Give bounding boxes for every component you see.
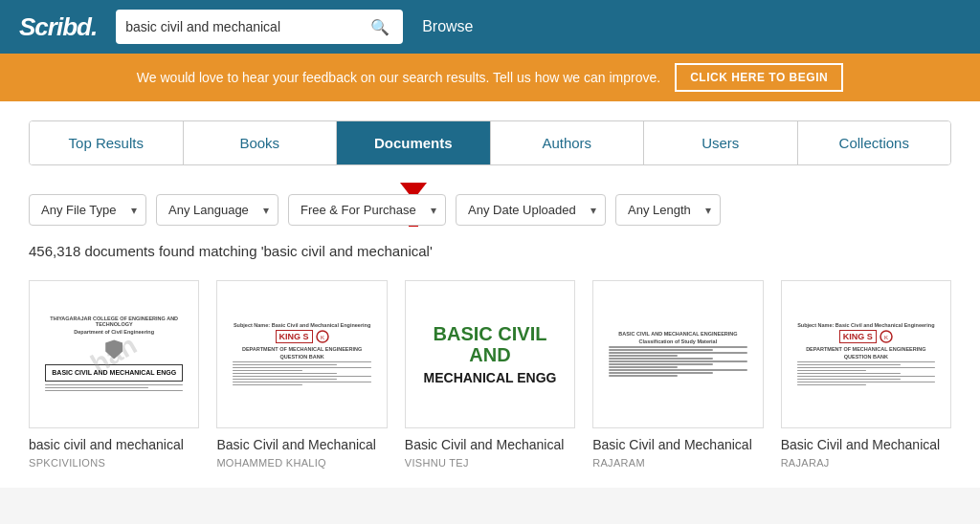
line	[609, 346, 746, 348]
tab-collections[interactable]: Collections	[798, 121, 951, 164]
purchase-filter-wrapper: Free & For Purchase Free Only For Purcha…	[288, 194, 446, 226]
thumb-lines-block2	[797, 361, 935, 387]
doc-author: RAJARAM	[592, 457, 763, 469]
search-input[interactable]	[125, 19, 367, 34]
svg-text:K: K	[321, 335, 324, 340]
doc-title: basic civil and mechanical	[29, 436, 199, 453]
thumb-subject-text2: Subject Name: Basic Civil and Mechanical…	[797, 322, 934, 328]
tabs-container: Top Results Books Documents Authors User…	[29, 120, 951, 165]
line	[609, 363, 712, 365]
thumb-lines	[609, 346, 746, 378]
kings-header2: KING S K	[839, 330, 893, 343]
kings-emblem: K	[316, 330, 329, 343]
doc-title: Basic Civil and Mechanical	[592, 436, 763, 453]
thumb-dept-me2: DEPARTMENT OF MECHANICAL ENGINEERING	[806, 346, 925, 352]
length-filter-wrapper: Any Length Short Long	[615, 194, 721, 226]
search-bar: 🔍	[116, 10, 403, 44]
purchase-filter[interactable]: Free & For Purchase Free Only For Purcha…	[288, 194, 446, 226]
thumb-dept-text: THIYAGARAJAR COLLEGE OF ENGINEERING AND …	[37, 316, 190, 327]
thumb-lines-block	[233, 361, 370, 387]
doc-title: Basic Civil and Mechanical	[781, 436, 951, 453]
line	[233, 373, 336, 375]
doc-thumbnail: Subject Name: Basic Civil and Mechanical…	[781, 280, 951, 428]
line	[233, 384, 301, 386]
tab-documents[interactable]: Documents	[337, 121, 491, 164]
thumb-classification: Classification of Study Material	[639, 338, 718, 344]
feedback-button[interactable]: CLICK HERE TO BEGIN	[675, 63, 843, 92]
line	[797, 382, 935, 383]
line	[233, 382, 370, 383]
line	[609, 349, 712, 351]
thumb-question: QUESTION BANK	[280, 354, 324, 360]
doc-author: SPKCIVILIONS	[29, 457, 199, 469]
kings-logo: KING S	[276, 330, 313, 343]
line	[797, 379, 901, 381]
thumb-question2: QUESTION BANK	[844, 354, 888, 360]
line	[609, 360, 746, 362]
line	[609, 355, 678, 357]
language-filter[interactable]: Any Language English Spanish	[156, 194, 278, 226]
line	[609, 358, 712, 360]
line	[609, 369, 746, 371]
results-count: 456,318 documents found matching 'basic …	[29, 243, 951, 259]
thumb-heading: BASIC CIVIL AND MECHANICAL ENGINEERING	[618, 331, 737, 337]
thumb-subject-text: Subject Name: Basic Civil and Mechanical…	[234, 322, 370, 328]
line	[797, 373, 901, 375]
line	[233, 379, 336, 381]
search-button[interactable]: 🔍	[367, 16, 393, 38]
tab-users[interactable]: Users	[644, 121, 798, 164]
line	[233, 367, 370, 369]
line	[45, 387, 148, 389]
doc-card[interactable]: BASIC CIVIL AND MECHANICAL ENGINEERING C…	[592, 280, 763, 469]
thumb-box-text: BASIC CIVIL AND MECHANICAL ENGG	[52, 368, 176, 377]
tab-books[interactable]: Books	[184, 121, 338, 164]
line	[609, 372, 712, 374]
header: Scribd. 🔍 Browse	[0, 0, 980, 54]
doc-thumbnail: BASIC CIVIL AND MECHANICAL ENGINEERING C…	[592, 280, 763, 428]
documents-grid: han THIYAGARAJAR COLLEGE OF ENGINEERING …	[29, 280, 951, 469]
line	[609, 366, 678, 368]
line	[609, 352, 746, 354]
line	[797, 364, 901, 366]
doc-title: Basic Civil and Mechanical	[216, 436, 387, 453]
doc-card[interactable]: Subject Name: Basic Civil and Mechanical…	[781, 280, 951, 469]
thumb-title-box: BASIC CIVIL AND MECHANICAL ENGG	[45, 364, 183, 381]
shield-icon	[105, 339, 122, 359]
feedback-banner: We would love to hear your feedback on o…	[0, 54, 980, 101]
logo: Scribd.	[19, 12, 97, 42]
doc-card[interactable]: BASIC CIVILANDMECHANICAL ENGG Basic Civi…	[405, 280, 575, 469]
file-type-filter[interactable]: Any File Type PDF Word	[29, 194, 146, 226]
line	[797, 384, 866, 386]
line	[797, 376, 935, 378]
feedback-text: We would love to hear your feedback on o…	[137, 70, 660, 85]
doc-thumbnail: han THIYAGARAJAR COLLEGE OF ENGINEERING …	[29, 280, 199, 428]
browse-link[interactable]: Browse	[422, 18, 473, 35]
line	[45, 384, 183, 386]
line	[233, 364, 336, 366]
thumb-lines	[45, 384, 183, 393]
tab-top-results[interactable]: Top Results	[30, 121, 184, 164]
tab-authors[interactable]: Authors	[491, 121, 645, 164]
kings-header: KING S K	[276, 330, 329, 343]
line	[797, 370, 866, 372]
svg-text:K: K	[884, 335, 888, 340]
line	[797, 361, 935, 363]
filters-row: Any File Type PDF Word Any Language Engl…	[29, 194, 951, 226]
date-filter-wrapper: Any Date Uploaded Last Week Last Month	[456, 194, 606, 226]
file-type-filter-wrapper: Any File Type PDF Word	[29, 194, 146, 226]
line	[609, 375, 678, 377]
doc-card[interactable]: han THIYAGARAJAR COLLEGE OF ENGINEERING …	[29, 280, 199, 469]
main-content: Top Results Books Documents Authors User…	[0, 101, 980, 488]
kings-emblem2: K	[880, 330, 893, 343]
doc-card[interactable]: Subject Name: Basic Civil and Mechanical…	[216, 280, 387, 469]
language-filter-wrapper: Any Language English Spanish	[156, 194, 278, 226]
doc-thumbnail: Subject Name: Basic Civil and Mechanical…	[216, 280, 387, 428]
thumb-dept-me: DEPARTMENT OF MECHANICAL ENGINEERING	[242, 346, 362, 352]
date-filter[interactable]: Any Date Uploaded Last Week Last Month	[456, 194, 606, 226]
length-filter[interactable]: Any Length Short Long	[615, 194, 721, 226]
doc-author: RAJARAJ	[781, 457, 951, 469]
line	[233, 361, 370, 363]
line	[233, 370, 301, 372]
kings-logo2: KING S	[839, 330, 877, 343]
line	[233, 376, 370, 378]
